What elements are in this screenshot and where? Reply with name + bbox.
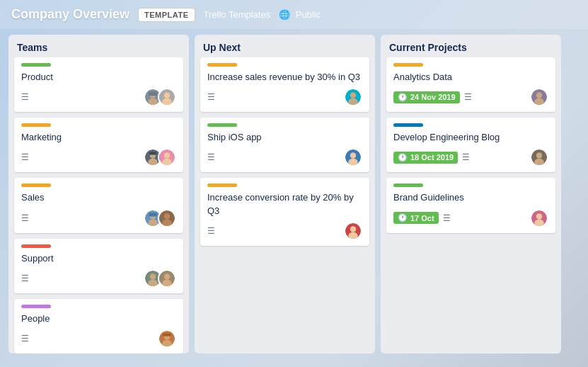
public-link[interactable]: 🌐 Public bbox=[279, 9, 321, 20]
card-title-people: People bbox=[21, 312, 176, 325]
column-up-next-header: Up Next bbox=[195, 35, 375, 57]
card-title-brand-guidelines: Brand Guidelines bbox=[393, 191, 548, 204]
color-bar bbox=[393, 63, 423, 67]
card-avatars bbox=[144, 209, 176, 227]
avatar bbox=[344, 88, 362, 106]
avatar bbox=[158, 88, 176, 106]
badge-and-lines: 🕐 17 Oct ☰ bbox=[393, 212, 451, 224]
due-date-text: 18 Oct 2019 bbox=[410, 153, 454, 162]
board-title: Company Overview bbox=[11, 7, 129, 22]
card-people[interactable]: People ☰ bbox=[14, 299, 183, 354]
color-bar-purple bbox=[21, 305, 51, 308]
color-bar-orange bbox=[21, 123, 51, 127]
card-title-support: Support bbox=[21, 252, 176, 265]
badge-and-lines: 🕐 18 Oct 2019 ☰ bbox=[393, 152, 470, 164]
card-sales[interactable]: Sales ☰ bbox=[14, 178, 183, 232]
card-avatars bbox=[344, 148, 362, 166]
board: Teams Product ☰ bbox=[0, 29, 588, 362]
card-brand-guidelines[interactable]: Brand Guidelines 🕐 17 Oct ☰ bbox=[386, 178, 555, 232]
card-menu-icon[interactable]: ☰ bbox=[21, 213, 29, 223]
avatar bbox=[530, 88, 548, 106]
card-title-sales: Sales bbox=[21, 191, 176, 204]
svg-point-35 bbox=[350, 153, 356, 159]
card-avatars bbox=[530, 88, 548, 106]
card-avatars bbox=[344, 88, 362, 106]
due-date-text: 24 Nov 2019 bbox=[410, 93, 456, 101]
card-footer-product: ☰ bbox=[21, 88, 176, 106]
avatar bbox=[158, 329, 176, 348]
card-avatars bbox=[144, 269, 176, 288]
card-title-ship-ios: Ship iOS app bbox=[207, 131, 362, 144]
card-avatars bbox=[530, 148, 548, 166]
card-menu-icon[interactable]: ☰ bbox=[207, 152, 215, 162]
svg-point-38 bbox=[350, 226, 356, 232]
card-avatars bbox=[158, 329, 176, 348]
card-footer-people: ☰ bbox=[21, 329, 176, 348]
color-bar bbox=[207, 123, 237, 127]
color-bar bbox=[393, 123, 423, 127]
card-support[interactable]: Support ☰ bbox=[14, 239, 183, 293]
avatar bbox=[158, 269, 176, 288]
svg-point-44 bbox=[536, 153, 542, 159]
due-date-badge: 🕐 24 Nov 2019 bbox=[393, 91, 460, 103]
card-title-marketing: Marketing bbox=[21, 131, 176, 144]
card-menu-icon[interactable]: ☰ bbox=[443, 213, 451, 223]
card-menu-icon[interactable]: ☰ bbox=[464, 92, 472, 102]
card-footer: 🕐 24 Nov 2019 ☰ bbox=[393, 88, 548, 106]
card-title-increase-sales: Increase sales revenue by 30% in Q3 bbox=[207, 71, 362, 84]
card-menu-icon[interactable]: ☰ bbox=[21, 273, 29, 283]
card-increase-conversion[interactable]: Increase conversion rate by 20% by Q3 ☰ bbox=[200, 178, 369, 245]
column-teams-cards: Product ☰ Marketing bbox=[8, 57, 189, 354]
card-footer: ☰ bbox=[207, 88, 362, 106]
card-footer: ☰ bbox=[207, 222, 362, 240]
app-header: Company Overview TEMPLATE Trello Templat… bbox=[0, 0, 588, 29]
card-footer-marketing: ☰ bbox=[21, 148, 176, 166]
avatar bbox=[344, 148, 362, 166]
color-bar-red bbox=[21, 244, 51, 248]
card-footer-sales: ☰ bbox=[21, 209, 176, 227]
template-badge[interactable]: TEMPLATE bbox=[138, 8, 195, 22]
badge-and-lines: 🕐 24 Nov 2019 ☰ bbox=[393, 91, 472, 103]
column-up-next-cards: Increase sales revenue by 30% in Q3 ☰ Sh… bbox=[195, 57, 375, 354]
column-teams: Teams Product ☰ bbox=[8, 35, 189, 354]
card-avatars bbox=[144, 148, 176, 166]
avatar bbox=[530, 209, 548, 227]
card-menu-icon[interactable]: ☰ bbox=[462, 152, 470, 162]
svg-point-19 bbox=[164, 213, 170, 219]
svg-point-5 bbox=[164, 92, 170, 98]
color-bar bbox=[207, 184, 237, 187]
card-engineering-blog[interactable]: Develop Engineering Blog 🕐 18 Oct 2019 ☰ bbox=[386, 118, 555, 172]
trello-templates-link[interactable]: Trello Templates bbox=[204, 9, 271, 20]
column-teams-header: Teams bbox=[8, 35, 189, 57]
card-menu-icon[interactable]: ☰ bbox=[207, 226, 215, 236]
column-current-projects-cards: Analytics Data 🕐 24 Nov 2019 ☰ bbox=[381, 57, 561, 354]
card-title-analytics-data: Analytics Data bbox=[393, 71, 548, 84]
card-menu-icon[interactable]: ☰ bbox=[21, 334, 29, 344]
card-menu-icon[interactable]: ☰ bbox=[21, 152, 29, 162]
card-avatars bbox=[530, 209, 548, 227]
due-date-badge: 🕐 17 Oct bbox=[393, 212, 439, 224]
color-bar bbox=[393, 184, 423, 187]
card-title-increase-conversion: Increase conversion rate by 20% by Q3 bbox=[207, 191, 362, 217]
svg-rect-10 bbox=[149, 152, 156, 155]
card-product[interactable]: Product ☰ bbox=[14, 57, 183, 112]
color-bar-yellow-orange bbox=[21, 184, 51, 187]
card-ship-ios[interactable]: Ship iOS app ☰ bbox=[200, 118, 369, 172]
card-title-engineering-blog: Develop Engineering Blog bbox=[393, 131, 548, 144]
globe-icon: 🌐 bbox=[279, 9, 290, 20]
card-increase-sales[interactable]: Increase sales revenue by 30% in Q3 ☰ bbox=[200, 57, 369, 112]
clock-icon: 🕐 bbox=[398, 153, 408, 162]
avatar bbox=[158, 148, 176, 166]
color-bar-green bbox=[21, 63, 51, 67]
card-menu-icon[interactable]: ☰ bbox=[21, 92, 29, 102]
clock-icon: 🕐 bbox=[398, 213, 408, 222]
card-menu-icon[interactable]: ☰ bbox=[207, 92, 215, 102]
card-footer: 🕐 17 Oct ☰ bbox=[393, 209, 548, 227]
card-marketing[interactable]: Marketing ☰ bbox=[14, 118, 183, 172]
column-up-next: Up Next Increase sales revenue by 30% in… bbox=[195, 35, 375, 354]
svg-point-22 bbox=[150, 273, 156, 279]
svg-point-12 bbox=[164, 153, 170, 159]
card-analytics-data[interactable]: Analytics Data 🕐 24 Nov 2019 ☰ bbox=[386, 57, 555, 112]
svg-point-25 bbox=[164, 273, 170, 279]
svg-rect-17 bbox=[149, 213, 157, 216]
